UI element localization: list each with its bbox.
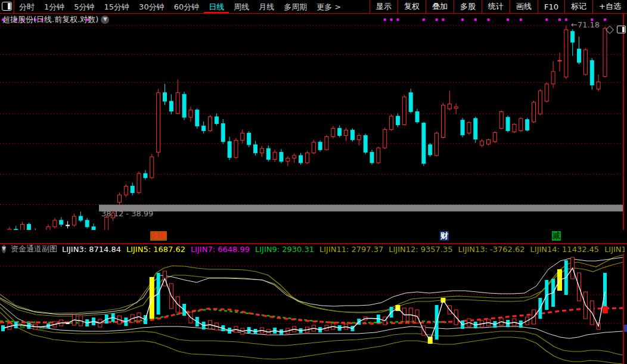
indicator-value: LIJIN11: 2797.37 [319, 245, 383, 254]
menu-item-1分钟[interactable]: 1分钟 [39, 1, 69, 13]
candle-body [215, 117, 218, 124]
chart-canvas[interactable] [0, 0, 627, 364]
toolbar-item-标记[interactable]: 标记 [564, 0, 592, 13]
candle-body [597, 82, 600, 89]
info-tag-财[interactable]: 财 [440, 231, 449, 241]
menu-item-月线[interactable]: 月线 [254, 1, 279, 13]
candle-body [117, 195, 121, 203]
menu-item-5分钟[interactable]: 5分钟 [69, 1, 99, 13]
candle-body [415, 111, 419, 122]
candle-body [396, 116, 399, 125]
candle-body [318, 142, 322, 150]
candle-body [487, 140, 491, 144]
candle-body [422, 123, 426, 164]
tool-menu: 显示复权叠加多股统计画线F10标记+自选 [370, 0, 627, 13]
candle-body [299, 155, 303, 163]
signal-dot [461, 18, 464, 21]
candle-body [357, 135, 361, 139]
indicator-value: LIJIN13: -3762.62 [458, 245, 525, 254]
signal-dot [545, 18, 548, 21]
indicator-collapse-icon[interactable]: ▼ [2, 245, 6, 253]
toolbar-item-统计[interactable]: 统计 [482, 0, 510, 13]
menu-item-60分钟[interactable]: 60分钟 [169, 1, 204, 13]
sub-tick-green [21, 326, 24, 328]
candle-body [435, 133, 439, 155]
toolbar-item-显示[interactable]: 显示 [370, 0, 398, 13]
candle-body [338, 128, 342, 135]
menu-item-更多 >[interactable]: 更多 > [312, 1, 346, 13]
signal-dot [474, 18, 477, 21]
info-tag-涨榜[interactable]: 涨榜 [150, 231, 167, 241]
signal-dot [558, 18, 561, 21]
indicator-value: LIJIN7: 6648.99 [191, 245, 250, 254]
candle-body [499, 111, 503, 128]
candle-body [454, 107, 458, 108]
menu-item-日线[interactable]: 日线 [204, 1, 229, 13]
sub-mark-red-square [603, 306, 608, 313]
high-price-label: ←71.18 [571, 20, 600, 29]
candle-body [66, 225, 70, 226]
candle-body [474, 119, 477, 139]
top-menu-bar: 分时1分钟5分钟15分钟30分钟60分钟日线周线月线多周期更多 > 显示复权叠加… [0, 0, 627, 14]
candle-body [247, 133, 251, 145]
chevron-down-icon[interactable]: ▼ [101, 15, 109, 24]
candle-body [551, 71, 555, 84]
candle-body [189, 110, 193, 117]
channel-line [0, 262, 623, 316]
toolbar-item-画线[interactable]: 画线 [510, 0, 538, 13]
indicator-value: LIJIN14: 11432.45 [530, 245, 600, 254]
chart-corner-icons [607, 26, 626, 33]
candle-body [344, 130, 348, 135]
candle-body [325, 136, 328, 150]
candle-body [144, 173, 147, 178]
diamond-icon[interactable] [606, 25, 614, 33]
stock-title[interactable]: 超捷股份(日线.前复权.对数) [2, 14, 98, 25]
candle-body [137, 173, 141, 192]
signal-dot [390, 18, 393, 21]
candle-body [195, 110, 199, 126]
menu-item-15分钟[interactable]: 15分钟 [100, 1, 135, 13]
signal-dot [423, 18, 425, 21]
menu-item-多周期[interactable]: 多周期 [279, 1, 312, 13]
candle-body [370, 153, 374, 163]
info-tag-减[interactable]: 减 [552, 231, 561, 241]
sub-square-red [370, 322, 374, 325]
candle-body [402, 97, 406, 125]
candle-body [409, 93, 412, 112]
candle-body [441, 105, 445, 137]
channel-line [0, 255, 623, 313]
signal-dot [507, 18, 509, 21]
candle-body [312, 142, 315, 153]
toolbar-item-F10[interactable]: F10 [538, 0, 564, 13]
panel-toggle-icon[interactable] [2, 2, 12, 11]
chart-title-bar[interactable]: 超捷股份(日线.前复权.对数) ▼ [2, 14, 109, 25]
candle-body [506, 117, 510, 130]
candle-body [331, 128, 335, 136]
candle-body [60, 220, 63, 225]
candle-body [254, 145, 257, 153]
toolbar-item-+自选[interactable]: +自选 [592, 0, 627, 13]
candle-body [429, 145, 432, 155]
candle-body [182, 94, 186, 117]
candle-body [590, 61, 594, 85]
candle-body [286, 158, 290, 161]
candle-body [383, 129, 387, 148]
period-menu: 分时1分钟5分钟15分钟30分钟60分钟日线周线月线多周期更多 > [14, 0, 346, 13]
candle-body [169, 101, 173, 111]
signal-dot [436, 18, 438, 21]
toolbar-item-复权[interactable]: 复权 [398, 0, 426, 13]
toolbar-item-多股[interactable]: 多股 [454, 0, 482, 13]
menu-item-30分钟[interactable]: 30分钟 [134, 1, 169, 13]
menu-item-周线[interactable]: 周线 [229, 1, 254, 13]
candle-body [532, 102, 536, 122]
split-pane-icon[interactable] [617, 26, 626, 33]
candle-body [150, 157, 154, 178]
candle-body [202, 126, 206, 130]
candle-body [273, 153, 277, 160]
candle-body [305, 153, 309, 163]
menu-item-分时[interactable]: 分时 [14, 1, 39, 13]
candle-body [545, 84, 548, 101]
indicator-name[interactable]: 资金通道副图 [11, 244, 57, 254]
toolbar-item-叠加[interactable]: 叠加 [426, 0, 454, 13]
candle-body [221, 124, 225, 142]
